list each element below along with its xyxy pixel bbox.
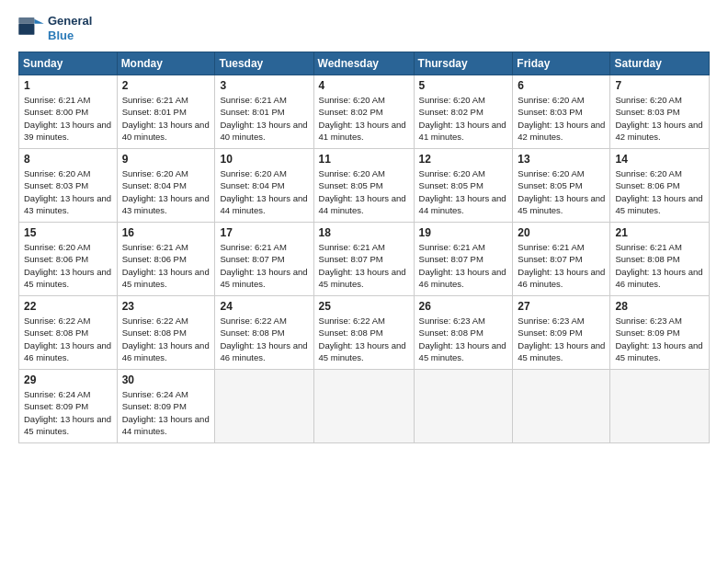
calendar-day-2: 2Sunrise: 6:21 AMSunset: 8:01 PMDaylight… [117, 75, 215, 149]
weekday-header-row: SundayMondayTuesdayWednesdayThursdayFrid… [19, 52, 710, 75]
calendar-day-27: 27Sunrise: 6:23 AMSunset: 8:09 PMDayligh… [513, 296, 610, 370]
header: General Blue [18, 14, 710, 42]
week-row: 1Sunrise: 6:21 AMSunset: 8:00 PMDaylight… [19, 75, 710, 149]
weekday-header-thursday: Thursday [414, 52, 513, 75]
calendar-day-9: 9Sunrise: 6:20 AMSunset: 8:04 PMDaylight… [117, 149, 215, 223]
calendar-day-15: 15Sunrise: 6:20 AMSunset: 8:06 PMDayligh… [19, 223, 118, 296]
calendar-day-23: 23Sunrise: 6:22 AMSunset: 8:08 PMDayligh… [117, 296, 215, 370]
calendar-day-12: 12Sunrise: 6:20 AMSunset: 8:05 PMDayligh… [414, 149, 513, 223]
calendar-day-18: 18Sunrise: 6:21 AMSunset: 8:07 PMDayligh… [313, 223, 414, 296]
weekday-header-saturday: Saturday [610, 52, 710, 75]
calendar-day-16: 16Sunrise: 6:21 AMSunset: 8:06 PMDayligh… [117, 223, 215, 296]
calendar-day-22: 22Sunrise: 6:22 AMSunset: 8:08 PMDayligh… [19, 296, 118, 370]
calendar-day-1: 1Sunrise: 6:21 AMSunset: 8:00 PMDaylight… [19, 75, 118, 149]
calendar-day-17: 17Sunrise: 6:21 AMSunset: 8:07 PMDayligh… [215, 223, 313, 296]
calendar-day-empty [610, 370, 710, 443]
calendar-day-5: 5Sunrise: 6:20 AMSunset: 8:02 PMDaylight… [414, 75, 513, 149]
week-row: 22Sunrise: 6:22 AMSunset: 8:08 PMDayligh… [19, 296, 710, 370]
calendar-day-24: 24Sunrise: 6:22 AMSunset: 8:08 PMDayligh… [215, 296, 313, 370]
calendar-day-19: 19Sunrise: 6:21 AMSunset: 8:07 PMDayligh… [414, 223, 513, 296]
calendar-day-14: 14Sunrise: 6:20 AMSunset: 8:06 PMDayligh… [610, 149, 710, 223]
week-row: 15Sunrise: 6:20 AMSunset: 8:06 PMDayligh… [19, 223, 710, 296]
calendar-day-20: 20Sunrise: 6:21 AMSunset: 8:07 PMDayligh… [513, 223, 610, 296]
calendar-page: General Blue SundayMondayTuesdayWednesda… [0, 0, 728, 563]
weekday-header-friday: Friday [513, 52, 610, 75]
weekday-header-tuesday: Tuesday [215, 52, 313, 75]
calendar-day-10: 10Sunrise: 6:20 AMSunset: 8:04 PMDayligh… [215, 149, 313, 223]
svg-marker-1 [34, 18, 43, 23]
calendar-day-4: 4Sunrise: 6:20 AMSunset: 8:02 PMDaylight… [313, 75, 414, 149]
logo-text-general: General [48, 14, 92, 29]
calendar-day-3: 3Sunrise: 6:21 AMSunset: 8:01 PMDaylight… [215, 75, 313, 149]
calendar-day-7: 7Sunrise: 6:20 AMSunset: 8:03 PMDaylight… [610, 75, 710, 149]
calendar-day-8: 8Sunrise: 6:20 AMSunset: 8:03 PMDaylight… [19, 149, 118, 223]
weekday-header-monday: Monday [117, 52, 215, 75]
logo: General Blue [18, 14, 92, 42]
weekday-header-sunday: Sunday [19, 52, 118, 75]
calendar-day-28: 28Sunrise: 6:23 AMSunset: 8:09 PMDayligh… [610, 296, 710, 370]
weekday-header-wednesday: Wednesday [313, 52, 414, 75]
calendar-day-30: 30Sunrise: 6:24 AMSunset: 8:09 PMDayligh… [117, 370, 215, 443]
calendar-day-26: 26Sunrise: 6:23 AMSunset: 8:08 PMDayligh… [414, 296, 513, 370]
calendar-day-6: 6Sunrise: 6:20 AMSunset: 8:03 PMDaylight… [513, 75, 610, 149]
calendar-day-empty [215, 370, 313, 443]
calendar-day-29: 29Sunrise: 6:24 AMSunset: 8:09 PMDayligh… [19, 370, 118, 443]
calendar-day-empty [414, 370, 513, 443]
calendar-table: SundayMondayTuesdayWednesdayThursdayFrid… [18, 52, 710, 443]
logo-icon [18, 17, 44, 40]
calendar-day-empty [513, 370, 610, 443]
week-row: 8Sunrise: 6:20 AMSunset: 8:03 PMDaylight… [19, 149, 710, 223]
week-row: 29Sunrise: 6:24 AMSunset: 8:09 PMDayligh… [19, 370, 710, 443]
svg-rect-0 [18, 23, 34, 34]
logo-text-blue: Blue [48, 29, 92, 43]
calendar-day-13: 13Sunrise: 6:20 AMSunset: 8:05 PMDayligh… [513, 149, 610, 223]
calendar-day-25: 25Sunrise: 6:22 AMSunset: 8:08 PMDayligh… [313, 296, 414, 370]
calendar-day-21: 21Sunrise: 6:21 AMSunset: 8:08 PMDayligh… [610, 223, 710, 296]
calendar-day-empty [313, 370, 414, 443]
svg-rect-2 [18, 17, 34, 24]
calendar-day-11: 11Sunrise: 6:20 AMSunset: 8:05 PMDayligh… [313, 149, 414, 223]
